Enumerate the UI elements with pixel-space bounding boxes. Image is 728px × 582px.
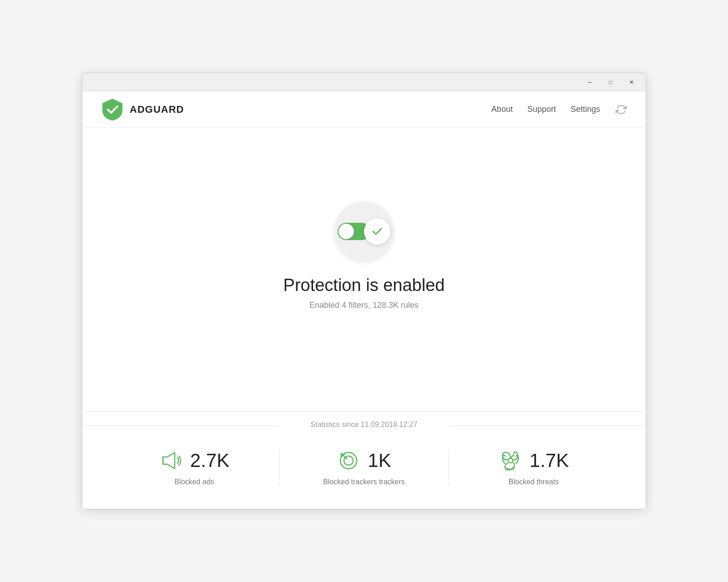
biohazard-icon [499,449,522,472]
stat-main-trackers: 1K [337,449,391,472]
protection-subtitle: Enabled 4 filters, 128.3K rules [309,301,419,310]
toggle-check [364,218,390,245]
stat-ads-count: 2.7K [190,450,229,472]
toggle-container[interactable] [334,202,394,261]
stats-header: Statistics since 11.09.2018 12:27 [82,411,646,440]
stat-threats-label: Blocked threats [509,478,559,486]
header: ADGUARD About Support Settings [82,91,646,128]
close-button[interactable]: ✕ [621,75,642,89]
nav: About Support Settings [491,103,627,116]
svg-point-5 [508,458,513,463]
logo-shield-icon [101,98,124,121]
main-content: Protection is enabled Enabled 4 filters,… [82,128,646,411]
logo-area: ADGUARD [101,98,184,121]
stat-threats-count: 1.7K [530,450,569,472]
protection-toggle[interactable] [338,218,390,245]
settings-nav-item[interactable]: Settings [571,103,600,116]
stat-blocked-trackers: 1K Blocked trackers trackers [279,449,449,486]
maximize-button[interactable]: □ [600,75,621,89]
megaphone-icon [159,449,183,472]
logo-text: ADGUARD [130,104,184,115]
stat-main-ads: 2.7K [159,449,229,472]
support-nav-item[interactable]: Support [527,103,556,116]
stat-main-threats: 1.7K [499,449,569,472]
main-window: ─ □ ✕ ADGUARD About Support Settings [82,73,646,509]
minimize-button[interactable]: ─ [579,75,600,89]
svg-marker-0 [163,452,175,469]
tracker-icon [337,449,360,472]
stat-trackers-label: Blocked trackers trackers [323,478,405,486]
stats-section: Statistics since 11.09.2018 12:27 [82,411,646,509]
toggle-thumb [339,224,354,239]
stat-trackers-count: 1K [368,450,391,472]
stat-ads-label: Blocked ads [174,478,214,486]
protection-title: Protection is enabled [283,276,445,295]
stats-header-text: Statistics since 11.09.2018 12:27 [311,421,418,428]
about-nav-item[interactable]: About [491,103,513,116]
refresh-icon[interactable] [615,103,627,116]
titlebar: ─ □ ✕ [82,73,646,91]
stat-blocked-threats: 1.7K Blocked threats [449,449,618,486]
stats-row: 2.7K Blocked ads [82,440,646,509]
stat-blocked-ads: 2.7K Blocked ads [110,449,279,486]
